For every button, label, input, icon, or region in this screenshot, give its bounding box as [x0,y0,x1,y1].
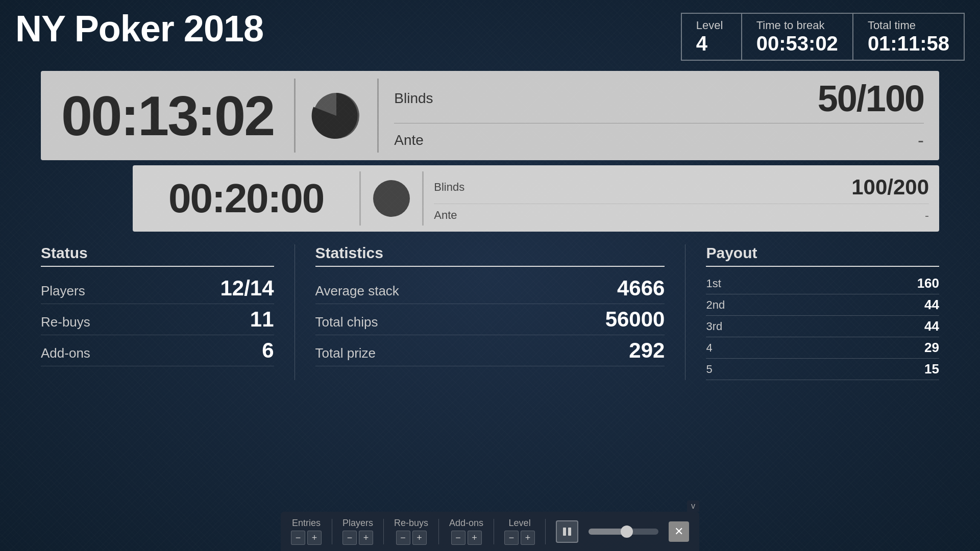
secondary-ante-row: Ante - [434,204,929,227]
rebuys-value: 11 [250,307,274,332]
payout-place: 1st [706,277,721,290]
secondary-ante-label: Ante [434,209,457,222]
pause-icon [561,526,573,537]
payout-title: Payout [706,244,939,267]
secondary-ante-value: - [925,208,929,222]
header-stats: Level 4 Time to break 00:53:02 Total tim… [681,13,965,61]
payout-place: 4 [706,341,712,355]
secondary-timer-card: 00:20:00 Blinds 100/200 Ante - [133,165,939,232]
control-bar: v Entries − + Players − + Re-buys − + Ad… [281,512,699,551]
payout-row: 2nd 44 [706,294,939,316]
secondary-pie-container [361,165,422,232]
secondary-timer-time: 00:20:00 [153,178,339,219]
primary-pie-chart [311,90,362,141]
secondary-blinds: Blinds 100/200 Ante - [424,165,939,232]
v-indicator: v [687,500,699,512]
total-prize-label: Total prize [315,345,376,361]
level-label: Level [696,19,727,32]
payout-amount: 29 [924,340,939,356]
level-plus-btn[interactable]: + [521,531,535,545]
total-prize-value: 292 [629,338,665,363]
total-time-value: 01:11:58 [868,32,949,55]
entries-buttons: − + [291,531,322,545]
ante-value: - [918,130,924,151]
ante-label: Ante [394,132,424,148]
secondary-blinds-value: 100/200 [851,175,929,199]
payout-amount: 15 [924,361,939,377]
progress-track[interactable] [589,529,658,535]
payout-place: 5 [706,363,712,376]
players-minus-btn[interactable]: − [342,531,357,545]
primary-blinds: Blinds 50/100 Ante - [379,71,939,160]
addons-plus-btn[interactable]: + [468,531,482,545]
level-minus-btn[interactable]: − [504,531,519,545]
rebuys-label: Re-buys [41,314,90,330]
time-to-break-label: Time to break [756,19,838,32]
close-button[interactable]: ✕ [669,521,689,542]
addons-ctrl-label: Add-ons [449,518,483,529]
status-section: Status Players 12/14 Re-buys 11 Add-ons … [41,244,295,380]
ctrl-divider-5 [545,519,546,544]
blinds-value: 50/100 [818,80,924,117]
progress-thumb [621,525,633,538]
time-to-break-box: Time to break 00:53:02 [742,13,853,61]
addons-ctrl-group: Add-ons − + [449,518,483,545]
ctrl-divider-1 [332,519,332,544]
level-buttons: − + [504,531,535,545]
ctrl-divider-4 [494,519,494,544]
progress-container [589,529,658,535]
level-ctrl-group: Level − + [504,518,535,545]
secondary-blinds-label: Blinds [434,181,464,194]
entries-label: Entries [292,518,321,529]
entries-plus-btn[interactable]: + [307,531,322,545]
total-chips-row: Total chips 56000 [315,304,665,335]
payout-amount: 44 [924,318,939,334]
entries-minus-btn[interactable]: − [291,531,305,545]
payout-row: 1st 160 [706,273,939,294]
players-row: Players 12/14 [41,273,274,304]
secondary-blinds-row: Blinds 100/200 [434,171,929,204]
payout-rows: 1st 160 2nd 44 3rd 44 4 29 5 15 [706,273,939,380]
payout-row: 4 29 [706,337,939,359]
level-box: Level 4 [681,13,742,61]
addons-row: Add-ons 6 [41,335,274,366]
primary-timer-display: 00:13:02 [41,71,294,160]
level-value: 4 [696,32,727,55]
total-prize-row: Total prize 292 [315,335,665,366]
payout-amount: 160 [917,276,939,291]
blinds-label: Blinds [394,90,433,107]
payout-amount: 44 [924,297,939,313]
players-ctrl-group: Players − + [342,518,373,545]
pause-button[interactable] [556,520,578,543]
avg-stack-row: Average stack 4666 [315,273,665,304]
addons-buttons: − + [451,531,482,545]
payout-row: 3rd 44 [706,316,939,337]
players-buttons: − + [342,531,373,545]
total-time-box: Total time 01:11:58 [853,13,965,61]
payout-place: 3rd [706,320,722,333]
svg-point-1 [373,180,410,217]
rebuys-ctrl-label: Re-buys [394,518,428,529]
rebuys-row: Re-buys 11 [41,304,274,335]
app-title: NY Poker 2018 [15,10,263,47]
rebuys-minus-btn[interactable]: − [396,531,410,545]
ante-row: Ante - [394,123,924,157]
svg-rect-2 [563,528,566,536]
payout-row: 5 15 [706,359,939,380]
primary-timer-card: 00:13:02 Blinds 50/100 Ante - [41,71,939,160]
total-time-label: Total time [868,19,949,32]
secondary-timer-display: 00:20:00 [133,165,359,232]
players-plus-btn[interactable]: + [359,531,373,545]
payout-place: 2nd [706,298,725,312]
total-chips-value: 56000 [605,307,665,332]
bottom-stats: Status Players 12/14 Re-buys 11 Add-ons … [0,232,980,380]
svg-rect-3 [568,528,571,536]
main-content: 00:13:02 Blinds 50/100 Ante - 00:20:00 [0,61,980,232]
rebuys-plus-btn[interactable]: + [412,531,427,545]
level-ctrl-label: Level [509,518,531,529]
statistics-section: Statistics Average stack 4666 Total chip… [295,244,686,380]
addons-minus-btn[interactable]: − [451,531,465,545]
rebuys-ctrl-group: Re-buys − + [394,518,428,545]
ctrl-divider-2 [383,519,384,544]
players-label: Players [41,283,85,299]
